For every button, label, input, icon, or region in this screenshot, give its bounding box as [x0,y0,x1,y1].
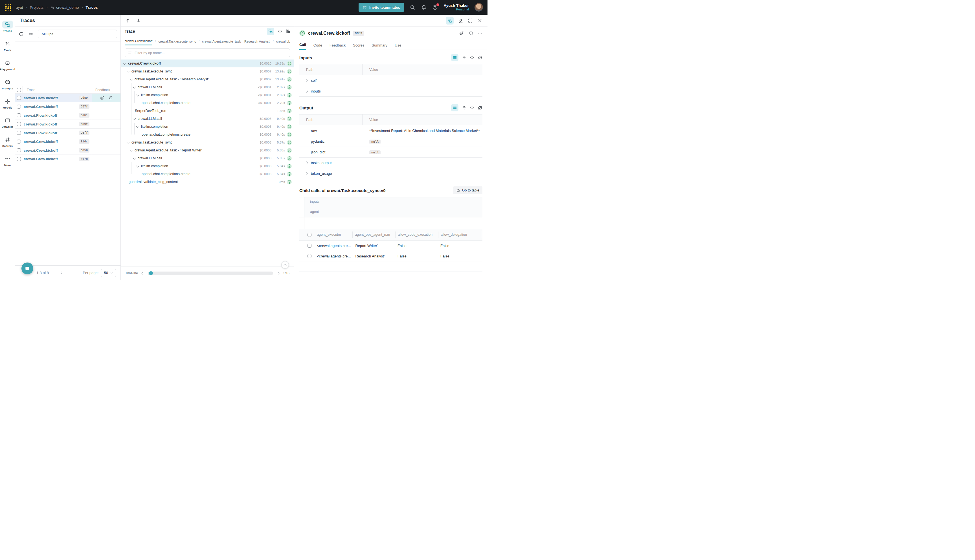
avatar[interactable] [474,3,483,12]
row-checkbox[interactable] [17,157,21,161]
column-header[interactable]: allow_delegation [438,232,481,238]
trace-tree-row[interactable]: crewai.Agent.execute_task - 'Report Writ… [121,146,294,154]
chevron-down-icon[interactable] [136,164,139,167]
row-checkbox[interactable] [17,113,21,117]
tree-view-button[interactable] [446,17,454,25]
trace-tree-row[interactable]: crewai.Crew.kickoff $0.0010 19.83s [121,60,294,67]
trace-row[interactable]: crewai.Crew.kickoff a17d [15,155,120,163]
chevron-down-icon[interactable] [136,125,139,128]
trace-row[interactable]: crewai.Crew.kickoff e058 [15,146,120,155]
breadcrumb-entity[interactable]: ayut [16,5,23,10]
trace-row[interactable]: crewai.Flow.kickoff c59f [15,120,120,128]
sidebar-item-traces[interactable]: Traces [0,17,15,36]
comment-icon[interactable] [109,96,113,100]
sidebar-item-more[interactable]: More [0,151,15,170]
expand-rows-button[interactable] [462,105,466,110]
output-row-pydantic[interactable]: pydantic null [299,136,482,147]
call-id-badge[interactable]: 9d89 [353,31,364,36]
timeline-next-icon[interactable] [277,272,279,275]
child-call-row[interactable]: <crewai.agents.cre... 'Report Writer' Fa… [299,240,482,251]
tab-code[interactable]: Code [314,43,322,50]
trace-tree-row[interactable]: crewai.LLM.call $0.0006 9.40s [121,115,294,123]
timeline-prev-icon[interactable] [141,272,144,275]
column-header-feedback[interactable]: Feedback [92,86,120,93]
column-header[interactable]: agent_executor [309,232,352,238]
tab-summary[interactable]: Summary [372,43,387,50]
per-page-select[interactable]: 50 [101,269,116,277]
trace-tree-row[interactable]: crewai.Task.execute_sync $0.0003 5.87s [121,138,294,146]
tab-use[interactable]: Use [395,43,401,50]
column-header[interactable]: agent_ops_agent_nan [352,232,395,238]
hide-values-icon[interactable] [477,105,482,110]
row-checkbox[interactable] [17,148,21,152]
row-checkbox[interactable] [17,105,21,108]
chat-widget-button[interactable] [22,263,33,274]
path-tab[interactable]: crewai.Agent.execute_task - 'Research An… [202,37,270,45]
list-view-button[interactable] [451,54,458,61]
trace-row[interactable]: crewai.Crew.kickoff 9d89 [15,93,120,102]
sidebar-item-models[interactable]: Models [0,93,15,113]
output-row-json-dict[interactable]: json_dict null [299,147,482,157]
chevron-right-icon[interactable] [305,172,308,175]
chevron-right-icon[interactable] [305,79,308,82]
trace-tree-row[interactable]: openai.chat.completions.create $0.0006 9… [121,130,294,138]
more-options-icon[interactable] [477,31,482,35]
trace-tree-row[interactable]: crewai.Agent.execute_task - 'Research An… [121,75,294,83]
trace-link[interactable]: crewai.Crew.kickoff [23,157,79,161]
fullscreen-icon[interactable] [468,18,473,23]
comment-icon[interactable] [468,31,473,35]
chevron-down-icon[interactable] [130,148,133,152]
arrow-down-icon[interactable] [136,18,141,23]
tab-call[interactable]: Call [299,43,306,50]
trace-tree-row[interactable]: litellm.completion $0.0003 5.84s [121,162,294,170]
path-tab[interactable]: crewai.Task.execute_sync [158,37,196,45]
trace-tree-row[interactable]: crewai.Task.execute_sync $0.0007 13.92s [121,67,294,75]
edit-pencil-icon[interactable] [458,18,463,23]
tab-feedback[interactable]: Feedback [329,43,346,50]
list-view-button[interactable] [451,104,458,112]
trace-tree-row[interactable]: litellm.completion <$0.0001 2.82s [121,91,294,99]
trace-link[interactable]: crewai.Crew.kickoff [23,148,79,153]
trace-link[interactable]: crewai.Crew.kickoff [23,105,79,109]
refresh-icon[interactable] [18,32,24,37]
output-row-raw[interactable]: raw **Investment Report: AI in Chemical … [299,125,482,136]
add-reaction-icon[interactable] [100,96,104,100]
flame-graph-button[interactable] [286,29,290,33]
filter-columns-icon[interactable] [28,32,33,37]
row-checkbox[interactable] [17,131,21,135]
invite-teammates-button[interactable]: Invite teammates [359,3,404,12]
hide-values-icon[interactable] [477,55,482,60]
sidebar-item-playground[interactable]: Playground [0,55,15,75]
trace-link[interactable]: crewai.Flow.kickoff [23,122,79,126]
chevron-right-icon[interactable] [305,162,308,164]
trace-link[interactable]: crewai.Crew.kickoff [23,96,79,100]
sidebar-item-evals[interactable]: Evals [0,36,15,55]
chevron-down-icon[interactable] [133,156,136,159]
timeline-slider[interactable] [148,272,273,275]
trace-row[interactable]: crewai.Crew.kickoff 657f [15,102,120,111]
code-view-button[interactable] [277,29,282,33]
sidebar-item-datasets[interactable]: Datasets [0,113,15,132]
trace-link[interactable]: crewai.Crew.kickoff [23,140,79,144]
notifications-bell-icon[interactable] [421,5,427,10]
chevron-down-icon[interactable] [126,69,130,72]
timeline-knob[interactable] [149,271,153,275]
ops-filter-select[interactable]: All Ops [38,30,117,38]
code-view-button[interactable] [470,55,474,60]
trace-row[interactable]: crewai.Flow.kickoff c5ff [15,128,120,137]
child-call-row[interactable] [299,262,482,272]
tree-view-button[interactable] [267,28,274,35]
column-header[interactable]: b [481,232,484,238]
wandb-logo-icon[interactable] [5,4,12,11]
row-checkbox[interactable] [17,122,21,126]
trace-tree-row[interactable]: crewai.LLM.call <$0.0001 2.82s [121,83,294,91]
trace-tree-row[interactable]: guardrail-validate_blog_content 0ms [121,178,294,186]
output-row-token-usage[interactable]: token_usage [299,168,482,179]
sidebar-item-scorers[interactable]: Scorers [0,132,15,151]
code-view-button[interactable] [470,105,474,110]
search-icon[interactable] [410,5,415,10]
row-checkbox[interactable] [17,96,21,100]
path-tab[interactable]: crewai.Crew.kickoff [125,37,152,45]
chevron-down-icon[interactable] [133,85,136,88]
next-page-icon[interactable] [60,272,63,274]
